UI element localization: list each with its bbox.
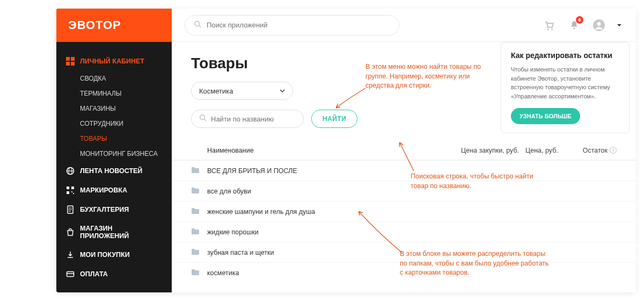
svg-rect-8 — [71, 187, 74, 189]
folder-icon — [191, 268, 207, 277]
svg-point-21 — [547, 28, 549, 30]
name-search[interactable] — [191, 110, 304, 128]
table-row[interactable]: женские шампуни и гель для душа — [172, 201, 636, 221]
globe-icon — [66, 167, 75, 175]
svg-rect-9 — [67, 191, 69, 194]
svg-rect-3 — [71, 62, 75, 66]
row-name: жидкие порошки — [207, 228, 461, 236]
table-row[interactable]: зубная паста и щетки — [172, 242, 636, 262]
svg-rect-1 — [71, 57, 75, 61]
topbar: 6 — [172, 9, 636, 42]
sidebar-group-label: ЛИЧНЫЙ КАБИНЕТ — [80, 58, 144, 65]
svg-point-19 — [195, 22, 200, 26]
svg-line-20 — [199, 26, 201, 28]
th-stock: Остаток ? — [574, 147, 617, 154]
folder-icon — [191, 166, 207, 175]
svg-point-25 — [597, 22, 601, 26]
chevron-down-icon — [280, 87, 285, 95]
th-purchase: Цена закупки, руб. — [461, 147, 525, 154]
bag-icon — [66, 228, 75, 236]
sidebar-item-terminals[interactable]: ТЕРМИНАЛЫ — [56, 86, 172, 101]
info-card-body: Чтобы изменять остатки в личном кабинете… — [511, 65, 619, 101]
document-icon — [66, 205, 75, 214]
svg-rect-7 — [67, 187, 69, 189]
svg-rect-10 — [71, 191, 72, 192]
app-search-input[interactable] — [207, 21, 390, 29]
svg-rect-11 — [73, 193, 74, 194]
brand-logo: ЭВОТОР — [56, 9, 172, 42]
info-card: Как редактировать остатки Чтобы изменять… — [501, 42, 630, 133]
sidebar-group-purchases[interactable]: МОИ ПОКУПКИ — [56, 245, 172, 264]
svg-rect-0 — [66, 57, 70, 61]
sidebar-item-products[interactable]: ТОВАРЫ — [56, 131, 172, 146]
row-name: косметика — [207, 269, 461, 277]
main-area: 6 Товары Косметика — [172, 9, 636, 292]
sidebar-group-label: ОПЛАТА — [80, 270, 108, 278]
notification-badge: 6 — [576, 16, 583, 24]
search-icon — [194, 20, 201, 30]
row-name: ВСЕ ДЛЯ БРИТЬЯ И ПОСЛЕ — [207, 167, 461, 175]
sidebar-group-marking[interactable]: МАРКИРОВКА — [56, 181, 172, 200]
sidebar-item-staff[interactable]: СОТРУДНИКИ — [56, 116, 172, 131]
table-row[interactable]: ВСЕ ДЛЯ БРИТЬЯ И ПОСЛЕ — [172, 160, 636, 181]
sidebar-item-monitoring[interactable]: МОНИТОРИНГ БИЗНЕСА — [56, 146, 172, 161]
folder-icon — [191, 227, 207, 236]
row-name: зубная паста и щетки — [207, 249, 461, 256]
group-dropdown[interactable]: Косметика — [191, 82, 293, 100]
svg-line-27 — [204, 119, 207, 121]
dropdown-value: Косметика — [199, 87, 233, 95]
th-price: Цена, руб. — [525, 147, 574, 154]
folder-icon — [191, 207, 207, 216]
learn-more-button[interactable]: УЗНАТЬ БОЛЬШЕ — [511, 108, 580, 124]
row-name: все для обуви — [207, 188, 461, 195]
app-window: ЭВОТОР ЛИЧНЫЙ КАБИНЕТ СВОДКА ТЕРМИНАЛЫ М… — [56, 9, 636, 292]
svg-point-23 — [574, 27, 575, 29]
svg-rect-17 — [67, 272, 74, 277]
sidebar-group-label: МАГАЗИН ПРИЛОЖЕНИЙ — [80, 225, 162, 240]
sidebar-group-label: БУХГАЛТЕРИЯ — [80, 206, 129, 213]
sidebar-group-label: ЛЕНТА НОВОСТЕЙ — [80, 167, 142, 175]
sidebar-group-news[interactable]: ЛЕНТА НОВОСТЕЙ — [56, 161, 172, 181]
svg-rect-2 — [66, 62, 70, 66]
help-icon[interactable]: ? — [610, 147, 617, 154]
sidebar-group-appstore[interactable]: МАГАЗИН ПРИЛОЖЕНИЙ — [56, 219, 172, 245]
search-icon — [199, 114, 207, 124]
find-button[interactable]: НАЙТИ — [311, 110, 357, 128]
info-card-title: Как редактировать остатки — [511, 51, 619, 60]
cart-button[interactable] — [541, 17, 558, 33]
sidebar-group-accounting[interactable]: БУХГАЛТЕРИЯ — [56, 200, 172, 219]
th-name: Наименование — [207, 147, 461, 154]
products-table: Наименование Цена закупки, руб. Цена, ру… — [172, 141, 636, 283]
name-search-input[interactable] — [211, 115, 301, 123]
sidebar-group-label: МОИ ПОКУПКИ — [80, 251, 130, 259]
user-button[interactable] — [591, 17, 607, 33]
row-name: женские шампуни и гель для душа — [207, 208, 461, 216]
svg-point-26 — [200, 115, 205, 120]
sidebar-item-stores[interactable]: МАГАЗИНЫ — [56, 101, 172, 116]
table-header: Наименование Цена закупки, руб. Цена, ру… — [172, 141, 636, 160]
table-row[interactable]: все для обуви — [172, 181, 636, 201]
app-search[interactable] — [185, 15, 399, 35]
sidebar-item-summary[interactable]: СВОДКА — [56, 71, 172, 86]
sidebar-nav: ЛИЧНЫЙ КАБИНЕТ СВОДКА ТЕРМИНАЛЫ МАГАЗИНЫ… — [56, 42, 172, 284]
folder-icon — [191, 248, 207, 257]
download-icon — [66, 250, 75, 259]
table-row[interactable]: жидкие порошки — [172, 221, 636, 242]
card-icon — [66, 270, 75, 278]
folder-icon — [191, 187, 207, 196]
svg-point-22 — [551, 28, 553, 30]
bell-button[interactable]: 6 — [566, 17, 582, 33]
sidebar-group-label: МАРКИРОВКА — [80, 187, 127, 194]
dashboard-icon — [66, 57, 75, 66]
sidebar: ЭВОТОР ЛИЧНЫЙ КАБИНЕТ СВОДКА ТЕРМИНАЛЫ М… — [56, 9, 172, 292]
more-menu[interactable] — [616, 17, 623, 33]
table-row[interactable]: косметика — [172, 262, 636, 283]
sidebar-group-cabinet[interactable]: ЛИЧНЫЙ КАБИНЕТ — [56, 52, 172, 71]
qr-icon — [66, 186, 75, 195]
sidebar-group-payment[interactable]: ОПЛАТА — [56, 264, 172, 284]
content: Товары Косметика НАЙТИ — [172, 42, 636, 292]
